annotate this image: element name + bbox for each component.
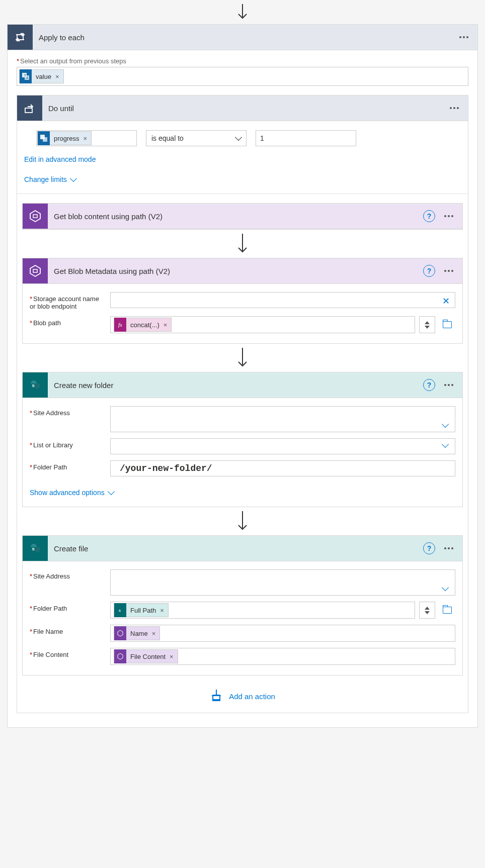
concat-token-chip[interactable]: fx concat(...) × [114,318,172,332]
value-token-chip[interactable]: 文A value × [19,69,64,83]
add-action-button[interactable]: Add an action [22,676,463,708]
edit-advanced-link[interactable]: Edit in advanced mode [22,146,463,166]
blob-path-input[interactable]: fx concat(...) × [110,316,415,333]
updown-button[interactable] [419,316,435,333]
blob-icon [23,258,48,283]
chevron-down-icon [442,441,449,448]
get-blob-metadata-header[interactable]: Get Blob Metadata using path (V2) ? [23,258,462,284]
help-button[interactable]: ? [423,379,435,391]
updown-button[interactable] [419,602,435,619]
file-content-input[interactable]: File Content × [110,648,455,665]
sharepoint-icon: S [114,603,126,617]
svg-marker-10 [30,265,40,276]
remove-chip-icon[interactable]: × [169,653,178,660]
storage-account-input[interactable]: ✕ [110,292,455,308]
list-library-select[interactable] [110,438,455,454]
remove-chip-icon[interactable]: × [163,321,172,329]
add-action-label: Add an action [229,692,275,701]
progress-token-chip[interactable]: progress × [37,131,92,145]
folder-picker-button[interactable] [439,602,455,619]
action-title: Get Blob Metadata using path (V2) [48,267,423,275]
menu-button[interactable] [441,541,462,555]
action-title: Create new folder [48,381,423,390]
param-label-list: *List or Library [30,438,105,449]
get-blob-content-card: Get blob content using path (V2) ? [22,203,463,230]
folder-picker-button[interactable] [439,316,455,333]
up-icon [425,607,430,610]
up-icon [425,321,430,324]
menu-button[interactable] [441,264,462,278]
arrow-connector [22,230,463,258]
get-blob-content-header[interactable]: Get blob content using path (V2) ? [23,204,462,229]
do-until-icon [17,95,42,121]
arrow-connector [22,344,463,372]
create-file-header[interactable]: S Create file ? [23,536,462,561]
blob-icon [23,204,48,229]
condition-left-input[interactable]: progress × [36,130,137,146]
blob-icon [114,649,126,663]
apply-to-each-container: Apply to each *Select an output from pre… [7,24,478,728]
output-token-field[interactable]: 文A value × [17,67,468,86]
loop-icon [8,25,33,50]
menu-button[interactable] [441,378,462,392]
param-label-site: *Site Address [30,569,105,580]
site-address-select[interactable] [110,406,455,432]
folder-icon [443,321,452,328]
param-label-filename: *File Name [30,625,105,635]
site-address-select[interactable] [110,569,455,596]
svg-marker-22 [118,630,123,636]
do-until-container: Do until progress × [17,95,468,713]
apply-to-each-title: Apply to each [33,33,456,42]
show-advanced-link[interactable]: Show advanced options [30,479,455,500]
svg-text:S: S [32,383,35,388]
filecontent-token-chip[interactable]: File Content × [114,649,178,663]
folder-path-input[interactable]: /your-new-folder/ [110,460,455,476]
menu-button[interactable] [456,30,477,44]
menu-button[interactable] [441,209,462,223]
chip-label: Name [126,630,151,637]
name-token-chip[interactable]: Name × [114,626,160,640]
chevron-down-icon [235,134,242,141]
sharepoint-icon: S [23,536,48,561]
remove-chip-icon[interactable]: × [151,630,160,637]
action-title: Get blob content using path (V2) [48,212,423,221]
condition-right-input[interactable]: 1 [256,130,356,146]
create-folder-header[interactable]: S Create new folder ? [23,372,462,398]
chip-label: File Content [126,653,169,660]
help-button[interactable]: ? [423,542,435,554]
chevron-down-icon [442,584,449,591]
chip-label: progress [50,135,83,142]
chip-label: value [32,73,54,80]
create-folder-card: S Create new folder ? *Site Address [22,372,463,507]
svg-rect-11 [33,269,37,272]
file-name-input[interactable]: Name × [110,625,455,642]
remove-chip-icon[interactable]: × [83,135,92,142]
svg-marker-8 [30,211,40,222]
clear-icon[interactable]: ✕ [442,296,450,307]
param-label-folderpath: *Folder Path [30,460,105,471]
output-field-label: *Select an output from previous steps [17,57,468,65]
remove-chip-icon[interactable]: × [54,73,63,80]
do-until-header[interactable]: Do until [17,95,468,121]
change-limits-link[interactable]: Change limits [22,166,463,186]
svg-text:S: S [119,609,121,612]
help-button[interactable]: ? [423,210,435,222]
chevron-down-icon [70,175,77,182]
folder-icon [443,607,452,614]
chip-label: Full Path [126,607,159,614]
apply-to-each-header[interactable]: Apply to each [7,24,478,50]
condition-operator-select[interactable]: is equal to [146,130,247,146]
svg-text:S: S [32,547,35,551]
remove-chip-icon[interactable]: × [159,607,168,614]
fullpath-token-chip[interactable]: S Full Path × [114,603,169,617]
down-icon [425,326,430,329]
translate-icon [38,131,50,145]
menu-button[interactable] [447,101,468,115]
help-button[interactable]: ? [423,265,435,277]
folder-path-input[interactable]: S Full Path × [110,602,415,619]
param-label-storage: *Storage account name or blob endpoint [30,292,105,310]
translate-icon: 文A [20,69,32,83]
blob-icon [114,626,126,640]
action-title: Create file [48,544,423,553]
svg-marker-23 [118,653,123,659]
